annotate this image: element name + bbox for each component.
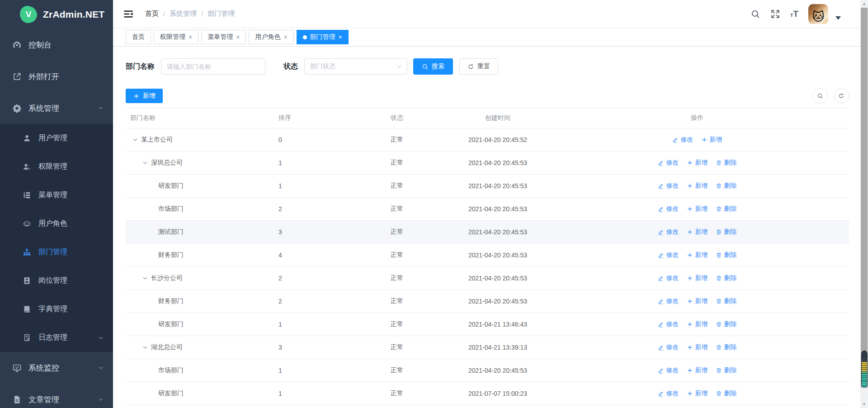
avatar[interactable]: 🐱	[808, 4, 828, 24]
action-label: 新增	[695, 320, 708, 328]
created-cell: 2021-04-20 20:45:53	[450, 228, 545, 236]
add-link[interactable]: 新增	[687, 182, 708, 190]
edit-link[interactable]: 修改	[658, 182, 679, 190]
add-link[interactable]: 新增	[687, 343, 708, 351]
tab-close-icon[interactable]: ×	[339, 34, 342, 40]
sidebar-item[interactable]: 日志管理	[0, 323, 113, 352]
tab-item[interactable]: 用户角色×	[249, 30, 293, 44]
created-cell: 2021-04-21 13:46:43	[450, 321, 545, 328]
delete-link[interactable]: 删除	[716, 182, 737, 190]
add-link[interactable]: 新增	[687, 205, 708, 213]
dept-name-cell: 深圳总公司	[126, 159, 275, 167]
sidebar-item[interactable]: 用户角色	[0, 209, 113, 238]
dept-name: 研发部门	[158, 182, 184, 190]
add-link[interactable]: 新增	[687, 251, 708, 259]
add-link[interactable]: 新增	[687, 228, 708, 236]
sidebar-item[interactable]: 系统监控	[0, 352, 113, 384]
sort-cell: 4	[275, 251, 387, 259]
refresh-table-button[interactable]	[834, 88, 849, 104]
fullscreen-icon[interactable]	[770, 9, 780, 19]
badge-icon	[23, 276, 31, 285]
table-row: 市场部门2正常2021-04-20 20:45:53修改新增删除	[126, 198, 849, 221]
delete-link[interactable]: 删除	[716, 205, 737, 213]
actions-cell: 修改新增删除	[545, 205, 849, 213]
sidebar-item[interactable]: 字典管理	[0, 295, 113, 323]
add-link[interactable]: 新增	[687, 297, 708, 305]
sidebar-item[interactable]: 系统管理	[0, 92, 113, 124]
delete-link[interactable]: 删除	[716, 251, 737, 259]
edit-link[interactable]: 修改	[658, 274, 679, 282]
status-select[interactable]: 部门状态	[304, 58, 407, 75]
toggle-search-button[interactable]	[812, 88, 828, 104]
sidebar-fold-icon[interactable]	[123, 9, 134, 19]
delete-icon	[716, 344, 722, 351]
add-link[interactable]: 新增	[687, 366, 708, 375]
scroll-up-arrow[interactable]: ▲	[860, 0, 868, 8]
edit-link[interactable]: 修改	[658, 228, 679, 236]
edit-link[interactable]: 修改	[658, 297, 679, 305]
font-size-icon[interactable]: тT	[790, 9, 798, 19]
search-button[interactable]: 搜索	[413, 58, 453, 75]
toolbar-right	[812, 88, 849, 104]
tab-item[interactable]: 菜单管理×	[201, 30, 246, 44]
expand-arrow-icon[interactable]	[142, 160, 148, 166]
edit-link[interactable]: 修改	[658, 389, 679, 398]
add-button-label: 新增	[143, 92, 156, 100]
tab-item[interactable]: 首页	[126, 30, 151, 44]
search-icon[interactable]	[750, 9, 760, 19]
expand-arrow-icon[interactable]	[132, 137, 138, 143]
action-label: 新增	[695, 182, 708, 190]
add-link[interactable]: 新增	[701, 136, 722, 144]
tab-close-icon[interactable]: ×	[283, 34, 287, 40]
sidebar-item[interactable]: 用户管理	[0, 124, 113, 152]
delete-link[interactable]: 删除	[716, 343, 737, 351]
sidebar-item[interactable]: 外部打开	[0, 61, 113, 92]
expand-arrow-icon[interactable]	[142, 275, 148, 281]
delete-link[interactable]: 删除	[716, 274, 737, 282]
tab-active-dot	[303, 35, 307, 39]
add-link[interactable]: 新增	[687, 159, 708, 167]
action-label: 修改	[681, 136, 693, 144]
add-button[interactable]: 新增	[126, 89, 163, 103]
delete-link[interactable]: 删除	[716, 297, 737, 305]
add-icon	[701, 137, 708, 143]
edit-link[interactable]: 修改	[672, 136, 693, 144]
page-scrollbar[interactable]: ▲ ▼	[860, 0, 868, 408]
scrollbar-thumb[interactable]	[861, 8, 868, 388]
expand-arrow-icon[interactable]	[142, 344, 148, 351]
dept-name-input[interactable]	[161, 58, 265, 75]
delete-link[interactable]: 删除	[716, 159, 737, 167]
tab-active[interactable]: 部门管理×	[297, 30, 349, 44]
add-link[interactable]: 新增	[687, 274, 708, 282]
sidebar-item[interactable]: 控制台	[0, 29, 113, 61]
edit-link[interactable]: 修改	[658, 205, 679, 213]
add-link[interactable]: 新增	[687, 320, 708, 328]
tab-close-icon[interactable]: ×	[189, 34, 192, 40]
delete-link[interactable]: 删除	[716, 320, 737, 328]
article-icon	[12, 395, 22, 404]
sidebar-item[interactable]: 岗位管理	[0, 266, 113, 295]
tab-item[interactable]: 权限管理×	[154, 30, 198, 44]
delete-link[interactable]: 删除	[716, 389, 737, 398]
delete-link[interactable]: 删除	[716, 228, 737, 236]
delete-icon	[716, 229, 722, 235]
sidebar-item[interactable]: 菜单管理	[0, 181, 113, 209]
scroll-down-arrow[interactable]: ▼	[860, 400, 868, 408]
tab-close-icon[interactable]: ×	[236, 34, 240, 40]
edit-link[interactable]: 修改	[658, 343, 679, 351]
edit-link[interactable]: 修改	[658, 366, 679, 375]
edit-link[interactable]: 修改	[658, 320, 679, 328]
breadcrumb-item[interactable]: 首页	[145, 9, 159, 18]
sidebar-item[interactable]: 部门管理	[0, 238, 113, 266]
caret-down-icon[interactable]	[835, 16, 841, 20]
add-link[interactable]: 新增	[687, 389, 708, 398]
sidebar-item[interactable]: 文章管理	[0, 384, 113, 408]
sidebar-item[interactable]: 权限管理	[0, 152, 113, 181]
reset-button[interactable]: 重置	[459, 58, 498, 75]
dept-name-cell: 财务部门	[126, 297, 275, 305]
edit-link[interactable]: 修改	[658, 251, 679, 259]
edit-link[interactable]: 修改	[658, 159, 679, 167]
delete-link[interactable]: 删除	[716, 366, 737, 375]
app-logo[interactable]: V ZrAdmin.NET	[0, 0, 113, 29]
dept-name-cell: 测试部门	[126, 228, 275, 236]
